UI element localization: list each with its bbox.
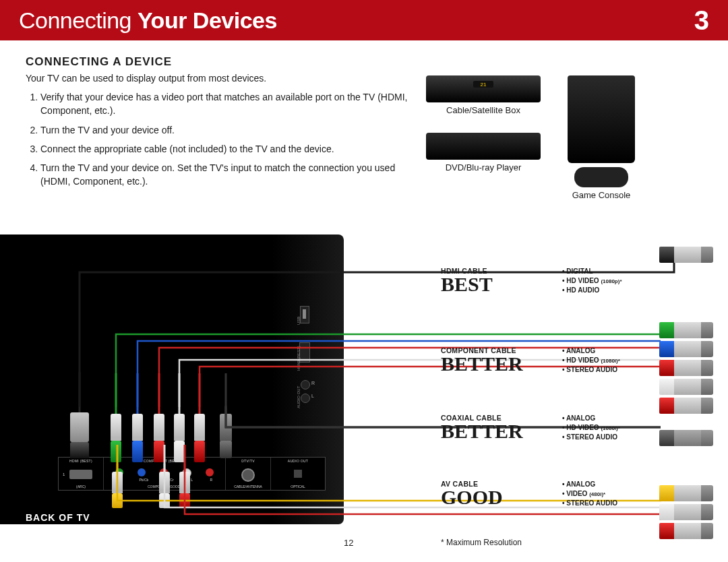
- console-body-icon: [568, 75, 635, 163]
- connection-diagram: BACK OF TV USB HDMI (BEST) AUDIO OUT R L…: [0, 235, 728, 551]
- dvd-image: [426, 133, 541, 160]
- hdmi-plug-right-icon: [659, 247, 713, 263]
- page-header: Connecting Your Devices 3: [0, 0, 728, 40]
- console-image: [561, 75, 642, 190]
- quality-row-coax: COAXIAL CABLE BETTER • ANALOG • HD VIDEO…: [441, 414, 643, 440]
- coax-connector-right: [659, 430, 713, 446]
- page-number: 12: [344, 538, 353, 548]
- cable-box-display: 21: [473, 81, 493, 88]
- quality-row-hdmi: HDMI CABLE BEST • DIGITAL • HD VIDEO (10…: [441, 267, 643, 293]
- rca-white-right-icon: [659, 379, 713, 395]
- steps-list: Verify that your device has a video port…: [26, 90, 418, 189]
- cable-bullets: • DIGITAL • HD VIDEO (1080p)* • HD AUDIO: [562, 267, 622, 295]
- page-title: Connecting Your Devices: [19, 7, 277, 34]
- dvd-label: DVD/Blu-ray Player: [426, 162, 541, 173]
- hdmi-connector-right: [659, 247, 713, 263]
- cable-bullets: • ANALOG • HD VIDEO (1080i)* • STEREO AU…: [562, 346, 620, 375]
- section-title: CONNECTING A DEVICE: [26, 55, 698, 69]
- rca-green-right-icon: [659, 322, 713, 338]
- controller-icon: [574, 167, 628, 187]
- rca-red-av-right-icon: [659, 523, 713, 539]
- rca-white-av-right-icon: [659, 504, 713, 520]
- title-bold: Your Devices: [138, 7, 277, 33]
- cable-box-label: Cable/Satellite Box: [426, 105, 541, 115]
- chapter-number: 3: [694, 5, 709, 36]
- rca-blue-right-icon: [659, 341, 713, 357]
- cable-bullets: • ANALOG • VIDEO (480i)* • STEREO AUDIO: [562, 480, 617, 508]
- title-light: Connecting: [19, 7, 131, 33]
- device-cable-col: 21 Cable/Satellite Box DVD/Blu-ray Playe…: [426, 75, 541, 200]
- av-connector-right: [659, 485, 713, 539]
- step-item: Turn the TV and your device off.: [40, 123, 418, 137]
- devices-gallery: 21 Cable/Satellite Box DVD/Blu-ray Playe…: [426, 75, 696, 200]
- step-item: Verify that your device has a video port…: [40, 90, 418, 118]
- coax-plug-right-icon: [659, 430, 713, 446]
- step-item: Connect the appropriate cable (not inclu…: [40, 142, 418, 156]
- component-connector-right: [659, 322, 713, 414]
- quality-row-component: COMPONENT CABLE BETTER • ANALOG • HD VID…: [441, 346, 643, 373]
- rca-red2-right-icon: [659, 398, 713, 414]
- cable-bullets: • ANALOG • HD VIDEO (1080i)* • STEREO AU…: [562, 414, 620, 442]
- console-label: Game Console: [561, 190, 642, 200]
- rca-red-right-icon: [659, 360, 713, 376]
- quality-row-av: AV CABLE GOOD • ANALOG • VIDEO (480i)* •…: [441, 480, 643, 506]
- cable-box-image: 21: [426, 75, 541, 102]
- device-console-col: Game Console: [561, 75, 642, 200]
- rca-yellow-right-icon: [659, 485, 713, 501]
- footnote: * Maximum Resolution: [441, 538, 522, 547]
- step-item: Turn the TV and your device on. Set the …: [40, 161, 418, 189]
